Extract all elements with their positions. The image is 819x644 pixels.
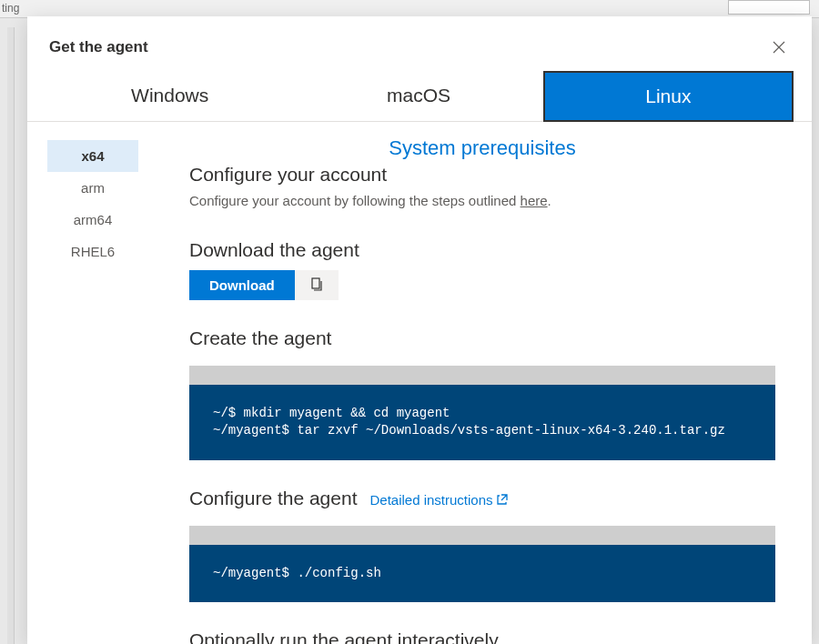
close-button[interactable] [768, 36, 790, 58]
sidebar-item-arm[interactable]: arm [47, 172, 138, 204]
optionally-run-heading: Optionally run the agent interactively [189, 629, 775, 644]
dialog-header: Get the agent [27, 16, 812, 71]
configure-account-text-prefix: Configure your account by following the … [189, 193, 521, 208]
detailed-instructions-label: Detailed instructions [369, 492, 492, 508]
download-agent-heading: Download the agent [189, 239, 775, 261]
dialog-title: Get the agent [49, 38, 148, 56]
sidebar-item-rhel6[interactable]: RHEL6 [47, 236, 138, 267]
copy-icon [309, 277, 324, 292]
configure-account-heading: Configure your account [189, 164, 775, 186]
configure-account-here-link[interactable]: here [521, 193, 548, 208]
background-toolbar-fragment [728, 0, 810, 15]
detailed-instructions-link[interactable]: Detailed instructions [369, 492, 507, 508]
external-link-icon [497, 494, 508, 505]
configure-agent-code-block: ~/myagent$ ./config.sh [189, 526, 775, 603]
configure-account-text-suffix: . [548, 193, 551, 208]
configure-agent-heading-row: Configure the agent Detailed instruction… [189, 488, 775, 509]
configure-account-text: Configure your account by following the … [189, 191, 775, 212]
os-tabs: Windows macOS Linux [27, 71, 812, 122]
close-icon [773, 41, 785, 54]
sidebar-item-x64[interactable]: x64 [47, 140, 138, 172]
dialog-body: x64 arm arm64 RHEL6 System prerequisites… [27, 122, 812, 644]
system-prerequisites-link[interactable]: System prerequisites [189, 136, 775, 160]
background-window-fragment: ting [0, 0, 819, 18]
create-agent-code-block: ~/$ mkdir myagent && cd myagent ~/myagen… [189, 366, 775, 460]
create-agent-heading: Create the agent [189, 327, 775, 349]
download-button[interactable]: Download [189, 270, 295, 300]
configure-agent-code[interactable]: ~/myagent$ ./config.sh [189, 545, 775, 603]
get-agent-dialog: Get the agent Windows macOS Linux x64 ar… [27, 16, 812, 644]
tab-linux[interactable]: Linux [543, 71, 794, 122]
architecture-sidebar: x64 arm arm64 RHEL6 [27, 122, 146, 644]
main-content: System prerequisites Configure your acco… [146, 122, 812, 644]
sidebar-item-arm64[interactable]: arm64 [47, 204, 138, 236]
tab-macos[interactable]: macOS [294, 71, 542, 122]
download-button-row: Download [189, 270, 775, 300]
copy-download-button[interactable] [295, 270, 339, 300]
svg-rect-0 [312, 278, 319, 288]
create-agent-code[interactable]: ~/$ mkdir myagent && cd myagent ~/myagen… [189, 385, 775, 460]
tab-windows[interactable]: Windows [46, 71, 294, 122]
configure-agent-heading: Configure the agent [189, 488, 357, 509]
background-strip [7, 27, 15, 644]
